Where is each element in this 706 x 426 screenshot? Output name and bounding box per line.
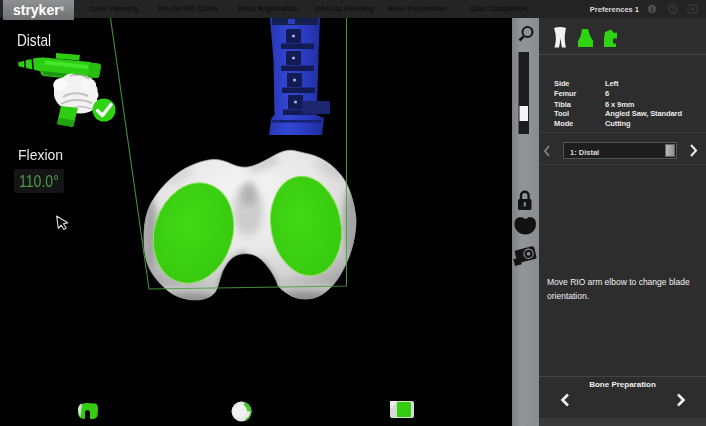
svg-text:?: ? xyxy=(671,6,675,13)
svg-text:i: i xyxy=(651,5,653,14)
